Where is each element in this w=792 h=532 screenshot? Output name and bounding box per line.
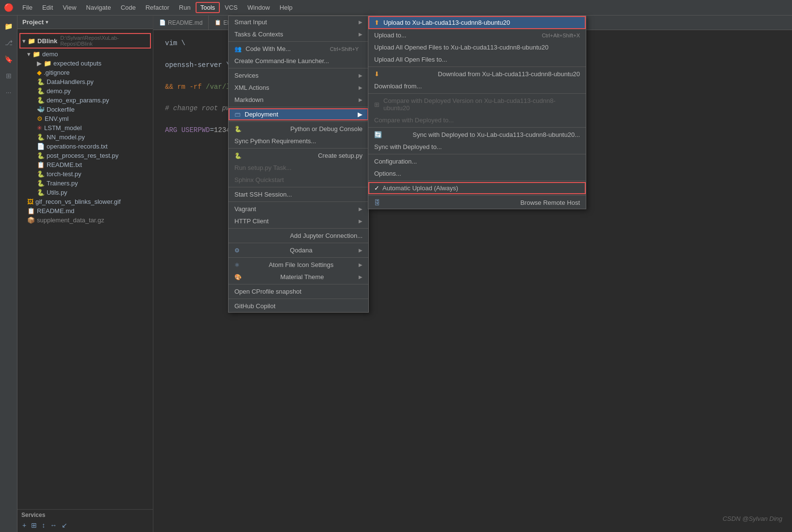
tree-trainers[interactable]: 🐍 Trainers.py [17, 179, 153, 188]
menu-edit[interactable]: Edit [37, 2, 58, 13]
deploy-sync-xulab[interactable]: 🔄 Sync with Deployed to Xu-Lab-cuda113-c… [368, 129, 586, 141]
tree-post-process[interactable]: 🐍 post_process_res_test.py [17, 151, 153, 160]
tools-cprofile[interactable]: Open CProfile snapshot [229, 285, 368, 298]
tree-dockerfile[interactable]: 🐳 Dockerfile [17, 105, 153, 114]
tools-cprofile-label: Open CProfile snapshot [234, 288, 301, 295]
tree-gif-label: gif_recon_vs_blinks_slower.gif [35, 198, 121, 205]
deploy-sync-to[interactable]: Sync with Deployed to... [368, 141, 586, 153]
more-icon[interactable]: ··· [2, 85, 16, 99]
deploy-sync-to-label: Sync with Deployed to... [374, 143, 442, 150]
services-label: Services [21, 512, 149, 518]
tree-datahandlers[interactable]: 🐍 DataHandlers.py [17, 77, 153, 86]
services-add-btn[interactable]: + [21, 520, 27, 530]
menu-tools[interactable]: Tools [196, 2, 220, 13]
tree-lstm[interactable]: ✳ LSTM_model [17, 123, 153, 133]
project-root-name: DBlink [37, 37, 57, 45]
tools-python-console[interactable]: 🐍 Python or Debug Console [229, 123, 368, 135]
tree-nn-model-label: NN_model.py [47, 133, 85, 141]
services-corner-btn[interactable]: ↙ [61, 520, 68, 530]
tools-create-setup[interactable]: 🐍 Create setup.py [229, 150, 368, 162]
sep-9 [229, 243, 368, 243]
tree-demo-exp-params[interactable]: 🐍 demo_exp_params.py [17, 96, 153, 105]
tools-github-copilot[interactable]: GitHub Copilot [229, 300, 368, 312]
tools-code-with-me[interactable]: 👥 Code With Me... Ctrl+Shift+Y [229, 43, 368, 55]
deploy-download-from[interactable]: Download from... [368, 80, 586, 92]
tools-smart-input-label: Smart Input [234, 18, 267, 26]
services-grid-btn[interactable]: ⊞ [30, 520, 38, 530]
menu-navigate[interactable]: Navigate [81, 2, 116, 13]
tools-deployment[interactable]: 🗃 Deployment ▶ [229, 108, 368, 120]
tree-gitignore[interactable]: ◆ .gitignore [17, 68, 153, 77]
tools-material-arrow: ▶ [359, 274, 363, 280]
tools-smart-input[interactable]: Smart Input ▶ [229, 16, 368, 28]
tools-http-client[interactable]: HTTP Client ▶ [229, 215, 368, 227]
project-dropdown-arrow[interactable]: ▾ [46, 19, 48, 25]
tree-env-yml[interactable]: ⚙ ENV.yml [17, 114, 153, 123]
deploy-upload-all-open[interactable]: Upload All Open Files to... [368, 53, 586, 66]
tools-tasks[interactable]: Tasks & Contexts ▶ [229, 28, 368, 40]
deploy-options[interactable]: Options... [368, 167, 586, 180]
tools-qodana[interactable]: ⚙ Qodana ▶ [229, 244, 368, 256]
tools-markdown[interactable]: Markdown ▶ [229, 94, 368, 106]
deploy-auto-upload[interactable]: ✓ Automatic Upload (Always) [368, 182, 586, 194]
menu-view[interactable]: View [58, 2, 81, 13]
project-root[interactable]: ▾ 📁 DBlink D:\Sylvan\Repos\XuLab-Repos\D… [19, 33, 151, 49]
tree-expected-outputs[interactable]: ▶ 📁 expected outputs [17, 59, 153, 68]
menu-window[interactable]: Window [243, 2, 275, 13]
tree-demo[interactable]: ▾ 📁 demo [17, 50, 153, 59]
tools-ssh[interactable]: Start SSH Session... [229, 188, 368, 200]
menu-file[interactable]: File [17, 2, 37, 13]
project-icon[interactable]: 📁 [2, 19, 16, 33]
deploy-sep-6 [368, 195, 586, 196]
deploy-compare-icon: ⊞ [374, 101, 380, 108]
tools-cmd-launcher-label: Create Command-line Launcher... [234, 57, 329, 65]
tools-material-theme[interactable]: 🎨 Material Theme ▶ [229, 271, 368, 283]
tools-atom-file-icon[interactable]: ⚛ Atom File Icon Settings ▶ [229, 259, 368, 271]
menu-code[interactable]: Code [116, 2, 141, 13]
tree-utils[interactable]: 🐍 Utils.py [17, 188, 153, 197]
deploy-upload-to-xulab[interactable]: ⬆ Upload to Xu-Lab-cuda113-cudnn8-ubuntu… [368, 16, 586, 29]
deploy-upload-all-opened[interactable]: Upload All Opened Files to Xu-Lab-cuda11… [368, 41, 586, 53]
tree-nn-model[interactable]: 🐍 NN_model.py [17, 133, 153, 142]
services-arrows-btn[interactable]: ↔ [49, 520, 58, 530]
menu-bar: 🔴 File Edit View Navigate Code Refactor … [0, 0, 792, 16]
deploy-browse-remote[interactable]: 🗄 Browse Remote Host [368, 197, 586, 209]
tree-operations-records[interactable]: 📄 operations-records.txt [17, 142, 153, 151]
menu-refactor[interactable]: Refactor [141, 2, 174, 13]
bookmark-icon[interactable]: 🔖 [2, 52, 16, 66]
tools-cmd-launcher[interactable]: Create Command-line Launcher... [229, 55, 368, 67]
services-expand-btn[interactable]: ↕ [41, 520, 46, 530]
tree-readme-md[interactable]: 📋 README.md [17, 206, 153, 216]
tools-vagrant[interactable]: Vagrant ▶ [229, 203, 368, 215]
tab-readme-md[interactable]: 📄 README.md [153, 16, 209, 30]
tree-demo-py[interactable]: 🐍 demo.py [17, 86, 153, 96]
tree-dockerfile-label: Dockerfile [47, 106, 75, 113]
deploy-configuration[interactable]: Configuration... [368, 155, 586, 167]
tab-env-yml-icon: 📋 [214, 19, 221, 26]
services-toolbar: + ⊞ ↕ ↔ ↙ [21, 520, 149, 530]
tools-run-setup-label: Run setup.py Task... [234, 164, 292, 171]
tree-torch-test[interactable]: 🐍 torch-test.py [17, 169, 153, 179]
deploy-upload-to-label: Upload to... [374, 32, 407, 39]
deploy-download-from-xulab[interactable]: ⬇ Download from Xu-Lab-cuda113-cudnn8-ub… [368, 68, 586, 80]
menu-help[interactable]: Help [275, 2, 297, 13]
tools-jupyter[interactable]: Add Jupyter Connection... [229, 230, 368, 242]
tree-readme-txt-label: README.txt [47, 161, 82, 168]
deploy-upload-all-opened-label: Upload All Opened Files to Xu-Lab-cuda11… [374, 44, 548, 51]
tools-sync-requirements[interactable]: Sync Python Requirements... [229, 135, 368, 147]
deploy-upload-to[interactable]: Upload to... Ctrl+Alt+Shift+X [368, 29, 586, 41]
git-icon[interactable]: ⎇ [2, 36, 16, 50]
tree-readme-txt[interactable]: 📋 README.txt [17, 160, 153, 169]
deploy-sep-2 [368, 93, 586, 94]
menu-run[interactable]: Run [174, 2, 196, 13]
tools-services[interactable]: Services ▶ [229, 69, 368, 82]
grid-icon[interactable]: ⊞ [2, 69, 16, 83]
tree-gif[interactable]: 🖼 gif_recon_vs_blinks_slower.gif [17, 197, 153, 206]
tree-supplement-label: supplement_data_tar.gz [37, 216, 104, 224]
menu-vcs[interactable]: VCS [220, 2, 243, 13]
deploy-options-label: Options... [374, 170, 401, 177]
tree-supplement[interactable]: 📦 supplement_data_tar.gz [17, 216, 153, 225]
tools-xml-actions[interactable]: XML Actions ▶ [229, 82, 368, 94]
project-label: Project [22, 18, 44, 26]
deploy-upload-icon: ⬆ [374, 19, 380, 26]
